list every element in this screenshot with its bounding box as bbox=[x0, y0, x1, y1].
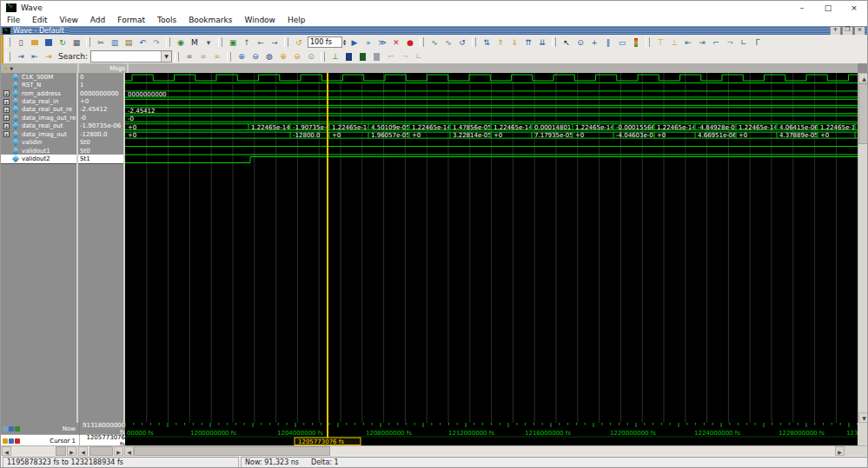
next-transition-icon[interactable]: ⇥ bbox=[695, 36, 709, 49]
cut-icon[interactable]: ✂ bbox=[94, 36, 108, 49]
break-icon[interactable]: ✕ bbox=[389, 36, 403, 49]
toolbar-grip[interactable] bbox=[166, 37, 170, 47]
zoom-mode-icon[interactable]: ⊙ bbox=[573, 36, 587, 49]
signal-row-CLK_500M[interactable]: +CLK_500M bbox=[1, 73, 76, 81]
ungroup-icon[interactable]: ⇊ bbox=[535, 36, 549, 49]
cursor-block-green-icon[interactable] bbox=[356, 50, 370, 63]
next-fall-icon[interactable]: ¬ bbox=[723, 36, 737, 49]
signal-value-validin[interactable]: St0 bbox=[78, 139, 123, 147]
continue-run-icon[interactable]: » bbox=[361, 36, 375, 49]
signal-value-data_real_in[interactable]: +0 bbox=[78, 97, 123, 105]
compile-icon[interactable]: ◉ bbox=[174, 36, 188, 49]
scroll-left-icon[interactable]: ◀ bbox=[2, 446, 11, 456]
cursor-block-blue-icon[interactable] bbox=[342, 50, 356, 63]
signal-value-validout2[interactable]: St1 bbox=[78, 155, 123, 163]
wave-hscrollbar[interactable]: ◀▶ bbox=[124, 446, 845, 456]
signal-value-rom_address[interactable]: 0000000000 bbox=[78, 89, 123, 97]
search-input[interactable] bbox=[91, 51, 161, 62]
expand-icon[interactable]: + bbox=[3, 115, 10, 121]
lock-cursor-icon[interactable]: ⊥ bbox=[667, 36, 681, 49]
scroll-up-icon[interactable]: ▲ bbox=[858, 73, 868, 83]
toolbar-grip[interactable] bbox=[6, 52, 10, 62]
names-hscrollbar[interactable]: ◀▶ bbox=[2, 446, 76, 456]
menu-add[interactable]: Add bbox=[84, 14, 111, 26]
lock-icon[interactable] bbox=[3, 438, 8, 444]
scroll-right-icon[interactable]: ▶ bbox=[835, 446, 845, 456]
combo-dropdown-icon[interactable]: ▼ bbox=[161, 51, 171, 62]
edit-mode-icon[interactable]: ▭ bbox=[615, 36, 629, 49]
traffic-light-icon[interactable] bbox=[629, 36, 643, 49]
signal-value-data_imag_out[interactable]: -12800.0 bbox=[78, 130, 123, 138]
toolbar-grip[interactable] bbox=[321, 52, 325, 62]
waveform-canvas[interactable]: 0000000000-2.45412-0+01.22465e-14-1.9073… bbox=[125, 73, 858, 423]
expand-icon[interactable]: + bbox=[3, 99, 10, 105]
signal-row-validout2[interactable]: +validout2 bbox=[1, 155, 76, 163]
cursor-flag[interactable]: 1205773076 fs bbox=[295, 438, 361, 445]
signal-value-data_real_out[interactable]: -1.90735e-06 bbox=[78, 122, 123, 130]
cursor1-row[interactable]: Cursor 1 1205773076 fs bbox=[1, 434, 125, 446]
scroll-right-icon[interactable]: ▶ bbox=[114, 446, 123, 456]
forward-icon[interactable]: → bbox=[268, 36, 282, 49]
vertical-scrollbar-thumb[interactable] bbox=[858, 83, 868, 144]
edge-both-disabled-icon[interactable]: ∟ bbox=[412, 50, 426, 63]
update-wave-icon[interactable]: ↺ bbox=[455, 36, 469, 49]
redo-icon[interactable]: ↷ bbox=[149, 36, 163, 49]
toolbar-grip[interactable] bbox=[218, 37, 222, 47]
names-hscrollbar-thumb[interactable] bbox=[56, 446, 66, 456]
edge-rise-disabled-icon[interactable]: ⌐ bbox=[384, 50, 398, 63]
toolbar-grip[interactable] bbox=[420, 37, 424, 47]
add-cursor-icon[interactable]: ⊥ bbox=[328, 50, 342, 63]
undo-icon[interactable]: ↶ bbox=[136, 36, 149, 49]
signal-value-CLK_500M[interactable]: 0 bbox=[78, 73, 123, 81]
find-next-icon[interactable]: ∞ bbox=[182, 50, 196, 63]
menu-file[interactable]: File bbox=[1, 14, 26, 26]
copy-icon[interactable]: ▥ bbox=[108, 36, 122, 49]
window-icon[interactable] bbox=[9, 426, 14, 432]
menu-edit[interactable]: Edit bbox=[26, 14, 53, 26]
pane-dock-button[interactable]: + bbox=[830, 26, 841, 36]
move-up-icon[interactable]: ↑ bbox=[240, 36, 254, 49]
pan-mode-icon[interactable]: + bbox=[587, 36, 601, 49]
signal-value-data_real_out_re[interactable]: -2.45412 bbox=[78, 106, 123, 114]
advanced-find-icon[interactable]: ∞ bbox=[210, 50, 224, 63]
signal-row-rom_address[interactable]: +rom_address bbox=[1, 89, 76, 97]
paste-icon[interactable]: ▤ bbox=[122, 36, 136, 49]
link-icon[interactable] bbox=[3, 426, 8, 432]
back-icon[interactable]: ← bbox=[254, 36, 268, 49]
menu-format[interactable]: Format bbox=[111, 14, 151, 26]
insert-mode-icon[interactable]: ⇥ bbox=[14, 50, 28, 63]
delete-cursor-icon[interactable] bbox=[15, 438, 20, 444]
zoom-full-icon[interactable]: ◍ bbox=[262, 50, 276, 63]
find-previous-icon[interactable]: ∞ bbox=[196, 50, 210, 63]
scroll-left-icon[interactable]: ◀ bbox=[124, 446, 134, 456]
move-bottom-icon[interactable]: ⇓ bbox=[507, 36, 521, 49]
toolbar-grip[interactable] bbox=[6, 37, 10, 47]
new-document-icon[interactable]: ▯ bbox=[14, 36, 28, 49]
wave-pane-header[interactable]: Wave - Default +❐× bbox=[1, 26, 867, 35]
menu-tools[interactable]: Tools bbox=[151, 14, 182, 26]
signal-value-data_imag_out_re[interactable]: -0 bbox=[78, 114, 123, 122]
prev-transition-icon[interactable]: ⇤ bbox=[681, 36, 695, 49]
scroll-left-icon[interactable]: ◀ bbox=[78, 446, 88, 456]
menu-window[interactable]: Window bbox=[238, 14, 282, 26]
toolbar-grip[interactable] bbox=[227, 52, 231, 62]
run-length-stepper[interactable]: ▲▼ bbox=[343, 39, 346, 46]
run-icon[interactable]: ▶ bbox=[348, 36, 361, 49]
expand-icon[interactable]: + bbox=[3, 107, 10, 113]
insert-cursor-icon[interactable]: ⊤ bbox=[653, 36, 667, 49]
zoom-out-icon[interactable]: ⊖ bbox=[248, 50, 262, 63]
signal-values-pane[interactable]: 010000000000+0-2.45412-0-1.90735e-06-128… bbox=[78, 73, 125, 423]
signal-row-data_imag_out_re[interactable]: +data_imag_out_re bbox=[1, 114, 76, 122]
expand-time-icon[interactable]: ⇅ bbox=[480, 36, 494, 49]
names-column-header[interactable]: ★ ▼ bbox=[1, 63, 79, 73]
vertical-scrollbar[interactable]: ▲ ▼ bbox=[858, 73, 868, 423]
expand-icon[interactable]: + bbox=[3, 123, 10, 129]
open-folder-icon[interactable] bbox=[28, 36, 42, 49]
menu-bookmarks[interactable]: Bookmarks bbox=[182, 14, 238, 26]
wave-hscrollbar-track[interactable] bbox=[134, 446, 835, 456]
signal-row-data_real_out[interactable]: +data_real_out bbox=[1, 122, 76, 130]
signal-row-data_real_out_re[interactable]: +data_real_out_re bbox=[1, 106, 76, 114]
zoom-in-cursor-icon[interactable]: ⊕ bbox=[276, 50, 290, 63]
signal-row-validin[interactable]: +validin bbox=[1, 139, 76, 147]
minimize-button[interactable]: – bbox=[789, 1, 815, 14]
